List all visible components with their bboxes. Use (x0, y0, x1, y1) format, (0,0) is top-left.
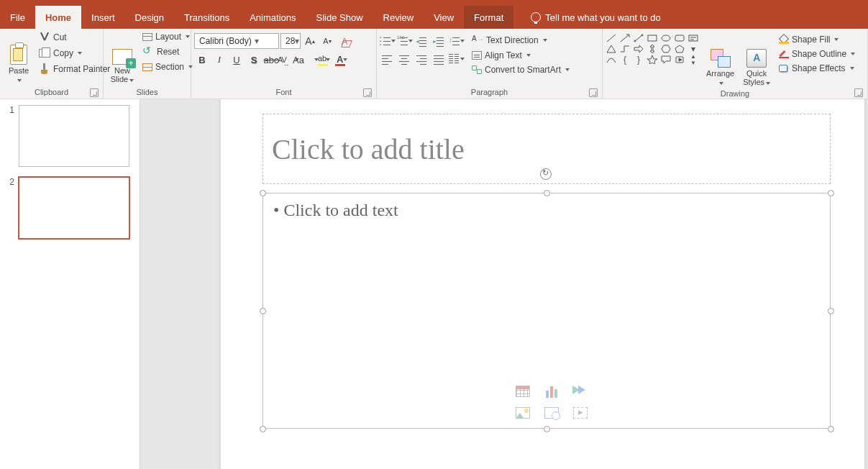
convert-smartart-button[interactable]: Convert to SmartArt (469, 63, 572, 76)
text-shadow-button[interactable]: S (246, 52, 262, 68)
slide[interactable]: Click to add title Click to add text (221, 99, 864, 469)
thumbnail-pane[interactable]: 1 2 (0, 99, 140, 469)
insert-chart-icon[interactable] (540, 382, 563, 401)
align-text-button[interactable]: Align Text (469, 49, 572, 62)
decrease-indent-icon (416, 36, 428, 46)
thumbnail-slide-2[interactable] (19, 177, 129, 239)
shape-oval[interactable] (660, 33, 672, 43)
paste-button[interactable]: Paste (3, 30, 35, 85)
tab-slideshow[interactable]: Slide Show (306, 6, 373, 29)
align-right-button[interactable] (414, 51, 430, 67)
italic-button[interactable]: I (211, 52, 227, 68)
shapes-more[interactable]: ▾ (687, 44, 699, 54)
font-launcher[interactable] (363, 88, 372, 97)
shape-rounded-rect[interactable] (674, 33, 685, 43)
handle-tr[interactable] (828, 190, 834, 196)
tell-me-search[interactable]: Tell me what you want to do (513, 6, 660, 29)
shrink-font-button[interactable]: A▾ (319, 33, 335, 49)
thumbnail-slide-1[interactable] (19, 105, 129, 167)
line-spacing-button[interactable] (449, 33, 465, 49)
copy-button[interactable]: Copy (36, 46, 113, 60)
bold-button[interactable]: B (194, 52, 210, 68)
rotate-handle[interactable] (540, 168, 552, 180)
quick-styles-button[interactable]: Quick Styles (740, 33, 773, 88)
insert-smartart-icon[interactable] (569, 382, 592, 401)
handle-bl[interactable] (260, 426, 266, 432)
insert-picture-icon[interactable] (511, 404, 534, 422)
justify-button[interactable] (431, 51, 447, 67)
font-size-combo[interactable]: 28▾ (280, 33, 301, 49)
shape-arrow-right[interactable] (633, 44, 644, 54)
shape-connector[interactable] (633, 33, 644, 43)
handle-ml[interactable] (260, 308, 266, 314)
text-direction-button[interactable]: Text Direction (469, 33, 572, 47)
cut-button[interactable]: Cut (36, 30, 113, 45)
slide-canvas[interactable]: Click to add title Click to add text (140, 99, 868, 469)
shape-fill-button[interactable]: Shape Fill (776, 33, 858, 46)
shape-line[interactable] (606, 33, 617, 43)
tab-view[interactable]: View (424, 6, 464, 29)
tab-transitions[interactable]: Transitions (174, 6, 239, 29)
numbering-button[interactable] (397, 33, 413, 49)
shape-action[interactable] (674, 55, 685, 65)
drawing-launcher[interactable] (854, 88, 863, 97)
content-placeholder[interactable]: Click to add text (262, 193, 831, 429)
clipboard-launcher[interactable] (90, 88, 99, 97)
tab-file[interactable]: File (0, 6, 35, 29)
shapes-scroll[interactable]: ▲▼ (687, 55, 699, 65)
reset-button[interactable]: Reset (140, 45, 196, 59)
handle-tm[interactable] (544, 190, 550, 196)
strikethrough-button[interactable]: abc (263, 52, 279, 68)
section-button[interactable]: Section (140, 60, 196, 73)
grow-font-button[interactable]: A▴ (302, 33, 318, 49)
shape-pentagon[interactable] (674, 44, 685, 54)
tab-design[interactable]: Design (125, 6, 174, 29)
insert-table-icon[interactable] (511, 382, 534, 401)
shape-hexagon[interactable] (660, 44, 672, 54)
insert-video-icon[interactable] (569, 404, 592, 422)
shape-triangle[interactable] (606, 44, 617, 54)
shape-line-arrow[interactable] (619, 33, 631, 43)
shape-rectangle[interactable] (647, 33, 658, 43)
align-left-button[interactable] (380, 51, 396, 67)
tab-home[interactable]: Home (35, 6, 81, 29)
increase-indent-button[interactable] (431, 33, 447, 49)
underline-button[interactable]: U (229, 52, 245, 68)
shape-effects-button[interactable]: Shape Effects (776, 62, 858, 75)
bullets-button[interactable] (380, 33, 396, 49)
shape-elbow[interactable] (619, 44, 631, 54)
handle-bm[interactable] (544, 426, 550, 432)
columns-button[interactable] (449, 51, 465, 67)
font-color-button[interactable] (332, 52, 348, 68)
handle-mr[interactable] (828, 308, 834, 314)
shape-curve[interactable] (606, 55, 617, 65)
shape-callout[interactable] (660, 55, 672, 65)
insert-online-picture-icon[interactable] (540, 404, 563, 422)
shape-brace-l[interactable]: { (619, 55, 631, 65)
svg-marker-15 (675, 45, 684, 53)
layout-button[interactable]: Layout (140, 30, 196, 43)
shapes-gallery[interactable]: ▾ { } ▲▼ (606, 33, 700, 65)
highlight-button[interactable] (315, 52, 331, 68)
tab-format[interactable]: Format (464, 6, 513, 29)
arrange-button[interactable]: Arrange (703, 33, 737, 88)
shape-star[interactable] (647, 55, 658, 65)
handle-br[interactable] (828, 426, 834, 432)
shape-arrow-updown[interactable] (647, 44, 658, 54)
font-name-combo[interactable]: Calibri (Body)▾ (194, 33, 279, 49)
shape-textbox[interactable] (687, 33, 699, 43)
clear-formatting-button[interactable]: A (337, 33, 352, 49)
tab-review[interactable]: Review (373, 6, 424, 29)
content-picker (511, 382, 595, 422)
paragraph-launcher[interactable] (589, 88, 598, 97)
tab-insert[interactable]: Insert (81, 6, 125, 29)
handle-tl[interactable] (260, 190, 266, 196)
tab-animations[interactable]: Animations (239, 6, 306, 29)
shape-outline-button[interactable]: Shape Outline (776, 47, 858, 60)
new-slide-button[interactable]: New Slide (106, 30, 138, 85)
align-center-button[interactable] (397, 51, 413, 67)
change-case-button[interactable] (298, 52, 314, 68)
decrease-indent-button[interactable] (414, 33, 430, 49)
shape-brace-r[interactable]: } (633, 55, 644, 65)
format-painter-button[interactable]: Format Painter (36, 62, 113, 76)
